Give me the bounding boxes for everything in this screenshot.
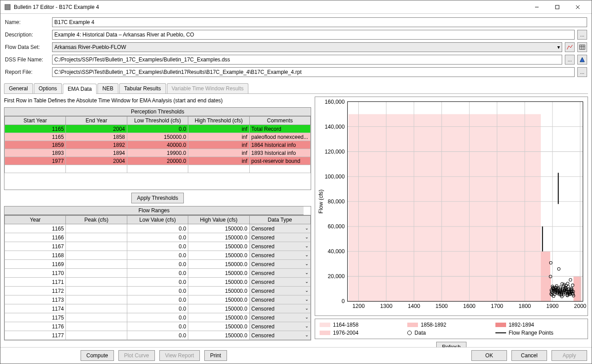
tab-ema-data[interactable]: EMA Data [63,84,97,94]
perception-thresholds-grid[interactable]: Perception Thresholds Start Year End Yea… [4,107,311,190]
form-area: Name: Description: … Flow Data Set: Arka… [0,14,592,81]
data-type-select[interactable]: Censored⌄ [249,295,310,304]
flow-data-set-value: Arkansas River-Pueblo-FLOW [54,44,126,50]
svg-text:Flow (cfs): Flow (cfs) [318,190,324,214]
table-data-icon-button[interactable] [577,42,587,52]
svg-rect-10 [349,114,541,301]
data-type-select[interactable]: Censored⌄ [249,269,310,278]
table-row[interactable]: 11660.0150000.0Censored⌄ [5,233,311,242]
pt-col-start-year: Start Year [5,117,66,125]
table-row[interactable]: 11700.0150000.0Censored⌄ [5,269,311,278]
data-type-select[interactable]: Censored⌄ [249,322,310,331]
table-row[interactable]: 11650.0150000.0Censored⌄ [5,224,311,233]
data-type-select[interactable]: Censored⌄ [249,304,310,313]
description-input[interactable] [52,30,575,40]
table-row[interactable]: 11750.0150000.0Censored⌄ [5,313,311,322]
data-type-select[interactable]: Censored⌄ [249,287,310,295]
data-type-select[interactable]: Censored⌄ [249,331,310,340]
svg-text:40,000: 40,000 [328,248,345,255]
print-button[interactable]: Print [204,350,227,361]
svg-point-82 [557,267,560,270]
legend-swatch-icon [407,323,418,327]
svg-text:1200: 1200 [353,303,365,309]
pt-col-end-year: End Year [66,117,127,125]
plot-data-icon-button[interactable] [565,42,575,52]
data-type-select[interactable]: Censored⌄ [249,251,310,260]
svg-text:60,000: 60,000 [328,223,345,230]
compute-button[interactable]: Compute [81,350,114,361]
data-type-select[interactable]: Censored⌄ [249,260,310,269]
table-row[interactable]: 1977200420000.0infpost-reservoir bound [5,157,311,165]
table-row[interactable]: 11690.0150000.0Censored⌄ [5,260,311,269]
chevron-down-icon: ⌄ [305,288,308,293]
legend-swatch-icon [495,323,506,327]
svg-text:100,000: 100,000 [324,174,345,180]
cancel-button[interactable]: Cancel [511,350,547,361]
legend-label: 1858-1892 [421,322,446,328]
plot-curve-button: Plot Curve [118,350,155,361]
svg-rect-0 [5,4,10,10]
table-row[interactable]: 11770.0150000.0Censored⌄ [5,331,311,340]
tab-general[interactable]: General [4,83,33,93]
table-row[interactable]: 11740.0150000.0Censored⌄ [5,304,311,313]
table-row[interactable]: 11730.0150000.0Censored⌄ [5,295,311,304]
legend-circle-icon [407,331,412,335]
tab-options[interactable]: Options [34,83,62,93]
svg-point-114 [566,282,569,285]
table-row[interactable]: 116520040.0infTotal Record [5,125,311,133]
svg-text:80,000: 80,000 [328,198,345,205]
maximize-button[interactable] [547,0,568,14]
data-type-select[interactable]: Censored⌄ [249,224,310,233]
table-row[interactable]: 11670.0150000.0Censored⌄ [5,242,311,251]
ok-button[interactable]: OK [471,350,507,361]
svg-rect-2 [556,5,559,9]
svg-text:1400: 1400 [408,303,420,309]
refresh-button[interactable]: Refresh [436,342,466,347]
svg-text:160,000: 160,000 [324,99,345,105]
data-type-select[interactable]: Censored⌄ [249,233,310,242]
table-row[interactable]: 1859189240000.0inf1864 historical info [5,141,311,149]
name-input[interactable] [52,17,587,27]
tab-neb[interactable]: NEB [97,83,118,93]
chevron-down-icon: ⌄ [305,235,308,239]
tabs: General Options EMA Data NEB Tabular Res… [4,83,588,94]
minimize-button[interactable] [527,0,547,14]
table-row[interactable]: 11710.0150000.0Censored⌄ [5,278,311,287]
window-title: Bulletin 17 Editor - B17C Example 4 [14,4,527,10]
data-type-select[interactable]: Censored⌄ [249,313,310,322]
data-type-select[interactable]: Censored⌄ [249,278,310,287]
report-file-ellipsis-button[interactable]: … [577,67,587,77]
tab-tabular-results[interactable]: Tabular Results [119,83,166,93]
data-type-select[interactable]: Censored⌄ [249,242,310,251]
pt-col-high-threshold: High Threshold (cfs) [188,117,249,125]
fr-col-high: High Value (cfs) [188,216,249,224]
apply-thresholds-button[interactable]: Apply Thresholds [131,193,184,203]
pt-col-low-threshold: Low Threshold (cfs) [127,117,188,125]
svg-text:1800: 1800 [519,303,531,309]
svg-point-124 [569,279,572,281]
fr-col-low: Low Value (cfs) [127,216,188,224]
svg-text:1600: 1600 [463,303,476,309]
table-row[interactable] [5,165,311,173]
dss-file-input[interactable] [52,55,562,65]
table-row[interactable]: 11651858150000.0infpaleoflood nonexceed.… [5,133,311,141]
table-row[interactable]: 11720.0150000.0Censored⌄ [5,287,311,295]
report-file-input[interactable] [52,67,575,77]
table-row[interactable]: 11680.0150000.0Censored⌄ [5,251,311,260]
chevron-down-icon: ⌄ [305,243,308,248]
table-row[interactable]: 1893189419900.0inf1893 historical info [5,149,311,157]
close-button[interactable] [568,0,588,14]
svg-rect-5 [580,45,585,49]
svg-text:20,000: 20,000 [328,273,345,279]
flow-ranges-scroll[interactable]: Year Peak (cfs) Low Value (cfs) High Val… [4,215,311,340]
dss-file-ellipsis-button[interactable]: … [565,55,575,65]
description-ellipsis-button[interactable]: … [577,30,587,40]
legend-label: Data [414,330,426,336]
apply-button: Apply [551,350,587,361]
fr-col-data-type: Data Type [249,216,310,224]
table-row[interactable]: 11760.0150000.0Censored⌄ [5,322,311,331]
footer: Compute Plot Curve View Report Print OK … [0,347,592,364]
svg-text:1500: 1500 [435,303,448,309]
flow-data-set-combo[interactable]: Arkansas River-Pueblo-FLOW ▾ [52,42,562,52]
stats-icon-button[interactable] [577,55,587,65]
